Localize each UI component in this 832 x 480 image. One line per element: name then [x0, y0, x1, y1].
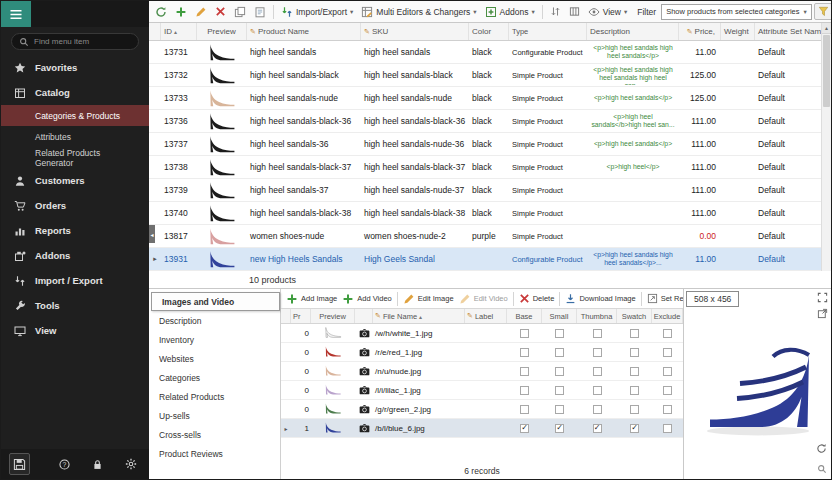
small-checkbox[interactable]: [555, 329, 564, 338]
open-external-icon[interactable]: [817, 308, 828, 319]
menu-toggle-button[interactable]: [1, 1, 31, 27]
column-header-price[interactable]: ✎Price,: [679, 23, 721, 40]
media-row[interactable]: 0/n/u/nude.jpg: [281, 362, 683, 381]
base-checkbox[interactable]: [520, 329, 529, 338]
table-row[interactable]: 13817women shoes-nudewomen shoes-nude-2p…: [149, 225, 831, 248]
exclude-checkbox[interactable]: [663, 367, 672, 376]
delete-button[interactable]: Delete: [517, 292, 557, 305]
download-image-button[interactable]: Download Image: [563, 292, 637, 305]
save-button[interactable]: [9, 453, 30, 475]
add-video-button[interactable]: Add Video: [340, 292, 393, 306]
table-row[interactable]: 13733high heel sandals-nudehigh heel san…: [149, 87, 831, 110]
multi-editors-menu[interactable]: Multi Editors & Changers ▾: [358, 4, 479, 20]
base-checkbox[interactable]: ✓: [520, 424, 529, 433]
exclude-checkbox[interactable]: [663, 329, 672, 338]
sidebar-item-catalog[interactable]: Catalog: [1, 80, 149, 105]
swatch-checkbox[interactable]: [630, 405, 639, 414]
sort-button[interactable]: [547, 4, 564, 19]
column-header-small[interactable]: Small: [542, 309, 577, 323]
exclude-checkbox[interactable]: [663, 405, 672, 414]
media-row[interactable]: 0/r/e/red_1.jpg: [281, 343, 683, 362]
small-checkbox[interactable]: ✓: [555, 424, 564, 433]
swatch-checkbox[interactable]: [630, 329, 639, 338]
table-row[interactable]: 13736high heel sandals-black-36high heel…: [149, 110, 831, 133]
import-export-menu[interactable]: Import/Export ▾: [278, 4, 356, 20]
tab-description[interactable]: Description: [149, 311, 280, 330]
media-row[interactable]: 0/l/i/lilac_1.jpg: [281, 381, 683, 400]
edit-product-button[interactable]: [192, 4, 210, 20]
table-row[interactable]: 13731high heel sandalshigh heel sandalsb…: [149, 41, 831, 64]
tab-related-products[interactable]: Related Products: [149, 387, 280, 406]
table-row[interactable]: 13740high heel sandals-black-38high heel…: [149, 202, 831, 225]
media-row[interactable]: 0/w/h/white_1.jpg: [281, 324, 683, 343]
tab-product-reviews[interactable]: Product Reviews: [149, 444, 280, 463]
column-header-preview[interactable]: Preview: [197, 23, 247, 40]
table-row[interactable]: 13739high heel sandals-37high heel sanda…: [149, 179, 831, 202]
column-header-attribute-set-name[interactable]: Attribute Set Name: [755, 23, 831, 40]
sidebar-item-related-products-generator[interactable]: Related Products Generator: [1, 147, 149, 168]
table-row[interactable]: 13732high heel sandals-blackhigh heel sa…: [149, 64, 831, 87]
exclude-checkbox[interactable]: [663, 424, 672, 433]
column-header-preview[interactable]: Preview: [311, 309, 355, 323]
base-checkbox[interactable]: [520, 386, 529, 395]
swatch-checkbox[interactable]: [630, 367, 639, 376]
thumbnail-checkbox[interactable]: [593, 367, 602, 376]
exclude-checkbox[interactable]: [663, 386, 672, 395]
add-product-button[interactable]: [172, 4, 190, 20]
scroll-up-button[interactable]: ▲: [822, 23, 831, 34]
menu-search-input[interactable]: Find menu item: [11, 33, 139, 50]
sidebar-item-addons[interactable]: Addons: [1, 243, 149, 268]
thumbnail-checkbox[interactable]: ✓: [593, 424, 602, 433]
paste-button[interactable]: [251, 4, 269, 20]
rotate-icon[interactable]: [816, 443, 827, 454]
column-header-product-name[interactable]: ✎Product Name: [247, 23, 361, 40]
delete-product-button[interactable]: [212, 4, 229, 19]
edit-image-button[interactable]: Edit Image: [401, 292, 456, 306]
column-header-label[interactable]: ✎Label: [465, 309, 507, 323]
table-row[interactable]: 13737high heel sandals-36high heel sanda…: [149, 133, 831, 156]
base-checkbox[interactable]: [520, 348, 529, 357]
category-filter-select[interactable]: Show products from selected categories ▾: [661, 4, 812, 20]
swatch-checkbox[interactable]: [630, 348, 639, 357]
sidebar-item-import-export[interactable]: Import / Export: [1, 268, 149, 293]
base-checkbox[interactable]: [520, 367, 529, 376]
tab-categories[interactable]: Categories: [149, 368, 280, 387]
copy-button[interactable]: [231, 4, 249, 20]
thumbnail-checkbox[interactable]: [593, 405, 602, 414]
sidebar-item-customers[interactable]: Customers: [1, 168, 149, 193]
fullscreen-icon[interactable]: [817, 292, 828, 303]
media-row[interactable]: 0/g/r/green_2.jpg: [281, 400, 683, 419]
tab-cross-sells[interactable]: Cross-sells: [149, 425, 280, 444]
thumbnail-checkbox[interactable]: [593, 386, 602, 395]
small-checkbox[interactable]: [555, 386, 564, 395]
sidebar-item-view[interactable]: View: [1, 318, 149, 343]
settings-button[interactable]: [120, 453, 141, 475]
vertical-scrollbar[interactable]: ▲: [821, 23, 831, 271]
sidebar-item-categories-products[interactable]: Categories & Products: [1, 105, 149, 126]
table-row[interactable]: ▸13931new High Heels SandalsHigh Geels S…: [149, 248, 831, 271]
sidebar-item-orders[interactable]: Orders: [1, 193, 149, 218]
tab-up-sells[interactable]: Up-sells: [149, 406, 280, 425]
sidebar-item-favorites[interactable]: Favorites: [1, 55, 149, 80]
view-menu[interactable]: View ▾: [585, 4, 631, 20]
small-checkbox[interactable]: [555, 405, 564, 414]
swatch-checkbox[interactable]: ✓: [630, 424, 639, 433]
column-header-pr[interactable]: Pr: [291, 309, 311, 323]
table-row[interactable]: 13738high heel sandals-black-37high heel…: [149, 156, 831, 179]
column-header-id[interactable]: ID▴: [161, 23, 197, 40]
sidebar-item-reports[interactable]: Reports: [1, 218, 149, 243]
tab-websites[interactable]: Websites: [149, 349, 280, 368]
column-header-type[interactable]: Type: [509, 23, 587, 40]
sidebar-item-tools[interactable]: Tools: [1, 293, 149, 318]
column-header-weight[interactable]: Weight: [721, 23, 755, 40]
addons-menu[interactable]: Addons ▾: [482, 4, 538, 20]
column-header-camera[interactable]: [355, 309, 373, 323]
scroll-thumb[interactable]: [823, 35, 830, 107]
column-header-description[interactable]: Description: [587, 23, 679, 40]
column-header-base[interactable]: Base: [507, 309, 542, 323]
tab-images-and-video[interactable]: Images and Video: [151, 292, 280, 311]
column-header-sku[interactable]: ✎SKU: [361, 23, 469, 40]
exclude-checkbox[interactable]: [663, 348, 672, 357]
thumbnail-checkbox[interactable]: [593, 329, 602, 338]
base-checkbox[interactable]: [520, 405, 529, 414]
